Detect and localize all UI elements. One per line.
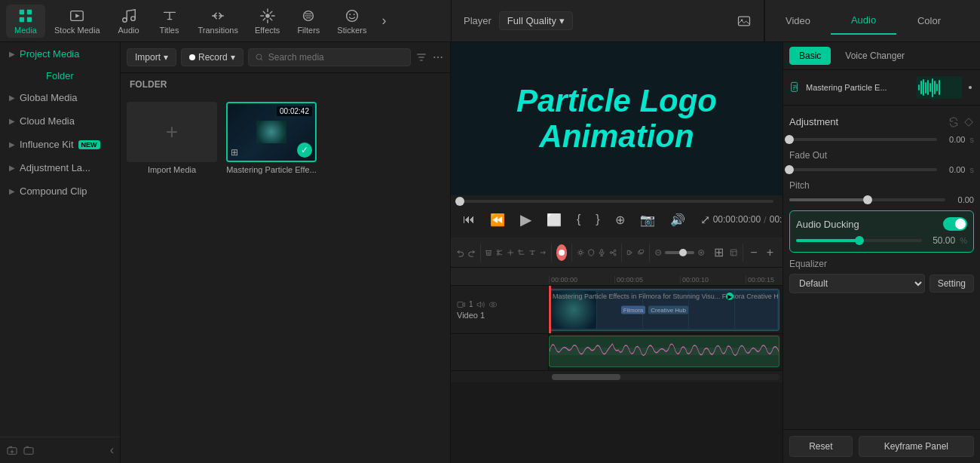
tab-color[interactable]: Color <box>896 8 962 34</box>
zoom-minus[interactable]: − <box>747 246 760 259</box>
audio-tab-basic[interactable]: Basic <box>789 47 831 65</box>
sidebar-item-project-media[interactable]: ▶ Project Media <box>0 42 120 66</box>
delete-icon[interactable] <box>485 247 492 259</box>
split-icon[interactable] <box>507 247 514 259</box>
toolbar-media[interactable]: Media <box>6 5 45 38</box>
fade-out-slider[interactable] <box>789 168 937 171</box>
toolbar-titles[interactable]: Titles <box>150 5 189 38</box>
timeline-scrollbar[interactable] <box>552 374 779 380</box>
search-bar[interactable] <box>248 48 411 66</box>
toolbar-audio[interactable]: Audio <box>109 5 149 38</box>
add-folder-icon[interactable] <box>6 444 18 456</box>
pitch-thumb[interactable] <box>863 195 872 204</box>
audio-btn[interactable]: 🔊 <box>667 210 688 230</box>
toolbar-filters[interactable]: Filters <box>289 5 328 38</box>
track-video1-content[interactable]: Mastering Particle Effects in Filmora fo… <box>549 286 782 333</box>
sidebar-item-global-media[interactable]: ▶ Global Media <box>0 86 120 109</box>
import-thumb[interactable]: + <box>127 102 217 162</box>
shield-icon[interactable] <box>587 247 595 259</box>
text-icon[interactable] <box>528 247 536 259</box>
stop-btn[interactable]: ⬜ <box>544 210 565 230</box>
diamond-icon[interactable] <box>963 117 974 127</box>
clip-thumb[interactable]: 00:02:42 ⊞ ✓ <box>226 102 317 162</box>
mark-btn[interactable]: ⊕ <box>612 210 628 230</box>
eq-setting-btn[interactable]: Setting <box>929 274 974 293</box>
ducking-slider[interactable] <box>796 239 922 242</box>
cut-icon[interactable] <box>496 247 504 259</box>
import-icon[interactable] <box>23 444 35 456</box>
video-clip[interactable]: Mastering Particle Effects in Filmora fo… <box>549 289 779 331</box>
quality-select[interactable]: Full Quality ▾ <box>499 11 573 30</box>
sidebar-folder-label[interactable]: Folder <box>0 66 120 86</box>
clip-marker1: ▶ <box>726 293 733 300</box>
undo-icon[interactable] <box>457 247 464 259</box>
svg-point-11 <box>349 14 351 15</box>
filter-icon[interactable] <box>415 51 427 63</box>
toolbar-stock[interactable]: Stock Media <box>47 5 108 38</box>
track-eye-icon[interactable] <box>488 300 498 309</box>
plus-icon[interactable] <box>697 247 705 259</box>
wbar10 <box>939 80 940 95</box>
tab-audio[interactable]: Audio <box>831 7 896 35</box>
audio-tab-voice-changer[interactable]: Voice Changer <box>835 47 914 65</box>
crop-icon[interactable] <box>517 247 525 259</box>
progress-thumb[interactable] <box>455 197 464 206</box>
redo-icon[interactable] <box>467 247 475 259</box>
skip-back-btn[interactable]: ⏮ <box>460 210 478 229</box>
keyframe-btn[interactable]: Keyframe Panel <box>859 436 974 457</box>
mic-icon[interactable] <box>598 247 605 259</box>
connect-icon[interactable] <box>609 247 617 259</box>
fade-out-thumb[interactable] <box>785 165 794 174</box>
progress-bar[interactable] <box>460 200 773 203</box>
bracket-out-btn[interactable]: } <box>593 210 602 229</box>
track-audio1-content[interactable] <box>549 334 782 370</box>
sidebar-item-compound-clip[interactable]: ▶ Compound Clip <box>0 179 120 203</box>
transition-icon[interactable] <box>626 247 634 259</box>
svg-point-23 <box>579 251 581 253</box>
toolbar-transitions[interactable]: Transitions <box>191 5 246 38</box>
time-display: 00:00:00:00 / 00:02:42:27 <box>713 214 782 225</box>
sidebar-item-cloud-media[interactable]: ▶ Cloud Media <box>0 109 120 133</box>
volume-slider[interactable] <box>665 251 694 254</box>
frame-back-btn[interactable]: ⏪ <box>487 210 508 230</box>
bracket-in-btn[interactable]: { <box>574 210 583 229</box>
record-btn[interactable] <box>556 244 567 261</box>
image-icon[interactable] <box>737 14 752 29</box>
grid-icon[interactable]: ⊞ <box>711 242 727 262</box>
overlay-icon[interactable] <box>637 247 645 259</box>
toolbar-stickers[interactable]: Stickers <box>329 5 374 38</box>
search-input[interactable] <box>268 52 404 63</box>
tab-video[interactable]: Video <box>765 8 831 34</box>
sidebar-collapse-btn[interactable]: ‹ <box>110 443 114 457</box>
clip-item[interactable]: 00:02:42 ⊞ ✓ Mastering Particle Effe... <box>226 102 317 174</box>
toolbar-effects[interactable]: Effects <box>247 5 287 38</box>
layout-icon[interactable] <box>730 247 737 259</box>
fullscreen-btn[interactable]: ⤢ <box>697 210 713 230</box>
minus-icon[interactable] <box>654 247 662 259</box>
import-button[interactable]: Import ▾ <box>127 48 176 66</box>
speed-icon[interactable] <box>539 247 547 259</box>
sidebar-item-adjustment[interactable]: ▶ Adjustment La... <box>0 156 120 179</box>
zoom-plus[interactable]: + <box>764 246 776 259</box>
total-time: 00:02:42:27 <box>770 214 782 225</box>
play-btn[interactable]: ▶ <box>517 207 534 232</box>
scrollbar-thumb[interactable] <box>552 374 620 380</box>
record-button[interactable]: Record ▾ <box>181 48 243 66</box>
snapshot-btn[interactable]: 📷 <box>637 210 658 230</box>
refresh-icon[interactable] <box>948 117 959 127</box>
sun-icon[interactable] <box>577 247 584 259</box>
sidebar-item-influence-kit[interactable]: ▶ Influence Kit NEW <box>0 133 120 156</box>
audio-waveform-clip[interactable] <box>549 336 779 367</box>
pitch-slider[interactable] <box>789 198 945 201</box>
ducking-toggle[interactable] <box>943 217 967 231</box>
more-icon[interactable] <box>432 51 444 63</box>
adjustment-slider[interactable] <box>789 138 937 141</box>
reset-btn[interactable]: Reset <box>789 436 853 457</box>
import-media-item[interactable]: + Import Media <box>127 102 217 174</box>
eq-select[interactable]: Default <box>789 274 925 293</box>
volume-thumb[interactable] <box>679 249 687 256</box>
adjustment-thumb[interactable] <box>785 135 794 144</box>
track-label-group: 1 Video 1 <box>457 300 498 320</box>
toolbar-more[interactable]: › <box>375 13 392 29</box>
ducking-thumb[interactable] <box>855 236 864 245</box>
